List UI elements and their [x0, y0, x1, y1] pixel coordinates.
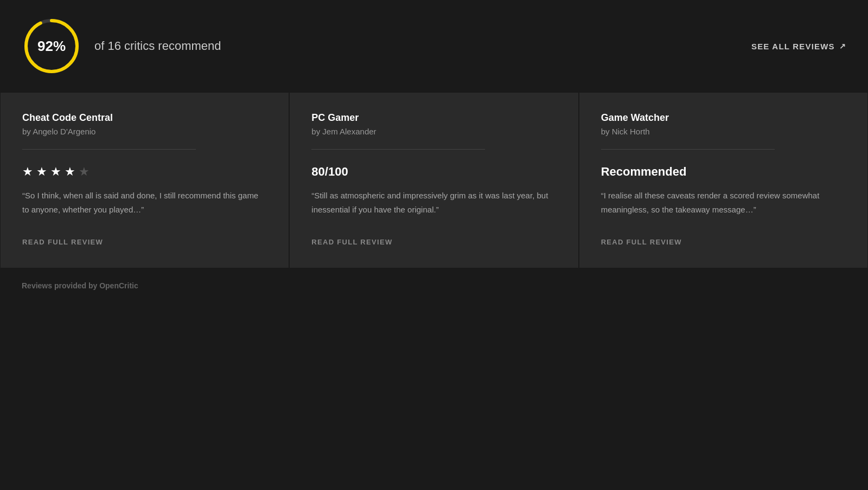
review-source-3: Game Watcher — [601, 112, 846, 124]
review-card-2: PC Gamer by Jem Alexander 80/100 “Still … — [289, 92, 578, 268]
star-1-5: ★ — [79, 165, 90, 179]
header-section: 92% of 16 critics recommend SEE ALL REVI… — [0, 0, 868, 87]
review-quote-3: “I realise all these caveats render a sc… — [601, 189, 846, 216]
star-1-4: ★ — [65, 165, 75, 179]
read-full-review-2[interactable]: READ FULL REVIEW — [311, 238, 556, 246]
review-source-2: PC Gamer — [311, 112, 556, 124]
star-1-2: ★ — [36, 165, 47, 179]
score-percent: 92% — [37, 38, 66, 55]
star-1-1: ★ — [22, 165, 33, 179]
critics-text: of 16 critics recommend — [94, 39, 221, 53]
see-all-reviews-link[interactable]: SEE ALL REVIEWS ↗ — [751, 42, 846, 51]
review-author-3: by Nick Horth — [601, 127, 846, 136]
read-full-review-1[interactable]: READ FULL REVIEW — [22, 238, 267, 246]
review-card-1: Cheat Code Central by Angelo D'Argenio ★… — [0, 92, 289, 268]
review-divider-2 — [311, 149, 485, 150]
reviews-grid: Cheat Code Central by Angelo D'Argenio ★… — [0, 92, 868, 268]
review-divider-1 — [22, 149, 196, 150]
review-stars-1: ★ ★ ★ ★ ★ — [22, 165, 267, 179]
review-quote-2: “Still as atmospheric and impressively g… — [311, 189, 556, 216]
score-area: 92% of 16 critics recommend — [22, 16, 221, 76]
footer-section: Reviews provided by OpenCritic — [0, 268, 868, 303]
see-all-reviews-label: SEE ALL REVIEWS — [751, 42, 835, 51]
review-author-2: by Jem Alexander — [311, 127, 556, 136]
review-author-1: by Angelo D'Argenio — [22, 127, 267, 136]
star-1-3: ★ — [50, 165, 61, 179]
review-source-1: Cheat Code Central — [22, 112, 267, 124]
read-full-review-3[interactable]: READ FULL REVIEW — [601, 238, 846, 246]
review-score-3: Recommended — [601, 165, 846, 179]
review-quote-1: “So I think, when all is said and done, … — [22, 189, 267, 216]
review-score-2: 80/100 — [311, 165, 556, 179]
review-card-3: Game Watcher by Nick Horth Recommended “… — [579, 92, 868, 268]
review-divider-3 — [601, 149, 775, 150]
external-link-icon: ↗ — [839, 42, 846, 50]
score-circle: 92% — [22, 16, 81, 76]
footer-attribution: Reviews provided by OpenCritic — [22, 281, 846, 290]
